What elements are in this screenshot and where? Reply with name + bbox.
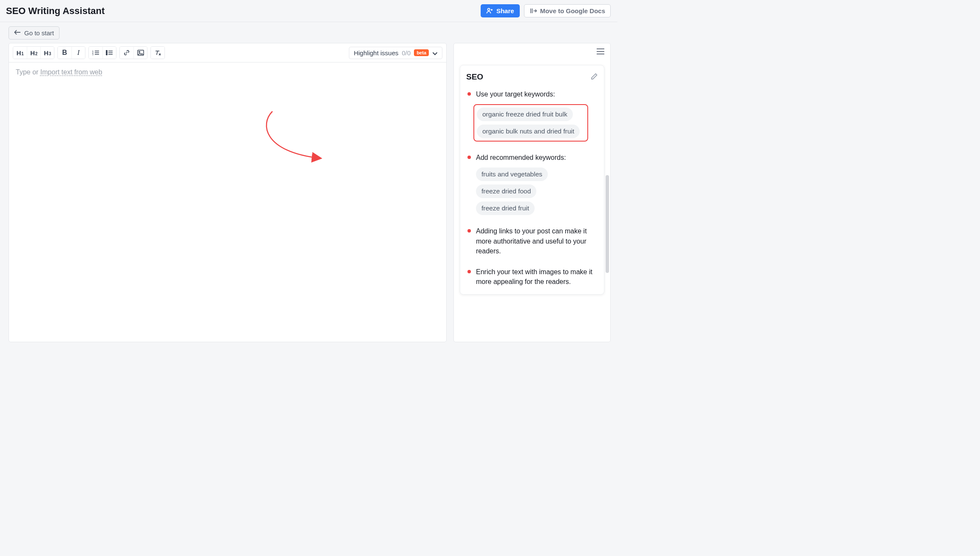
share-label: Share <box>496 7 514 14</box>
beta-badge: beta <box>414 49 429 56</box>
highlight-issues-label: Highlight issues <box>354 49 398 57</box>
keyword-chip[interactable]: freeze dried fruit <box>476 201 535 215</box>
recommendation-text: Add recommended keywords: <box>476 153 598 162</box>
recommendation-item: Adding links to your post can make it mo… <box>466 226 598 256</box>
share-button[interactable]: Share <box>481 4 520 17</box>
status-dot <box>467 92 471 96</box>
editor-toolbar: H1 H2 H3 B I 1 2 3 <box>9 43 446 62</box>
arrow-left-icon <box>14 29 21 37</box>
heading3-button[interactable]: H3 <box>40 47 54 59</box>
keyword-chip[interactable]: organic bulk nuts and dried fruit <box>477 125 580 138</box>
keyword-chip[interactable]: organic freeze dried fruit bulk <box>477 108 573 121</box>
scrollbar[interactable] <box>606 175 609 273</box>
unordered-list-button[interactable] <box>102 47 116 59</box>
status-dot <box>467 270 471 273</box>
editor-placeholder: Type or Import text from web <box>16 68 102 76</box>
svg-point-0 <box>487 9 490 11</box>
move-to-docs-label: Move to Google Docs <box>540 7 605 14</box>
highlight-issues-count: 0/0 <box>402 49 411 57</box>
ordered-list-button[interactable]: 1 2 3 <box>89 47 102 59</box>
import-text-link[interactable]: Import text from web <box>40 68 102 76</box>
export-icon <box>530 8 537 14</box>
page-title: SEO Writing Assistant <box>6 6 105 17</box>
move-to-docs-button[interactable]: Move to Google Docs <box>524 4 611 17</box>
svg-point-6 <box>106 54 108 55</box>
hamburger-icon[interactable] <box>596 48 605 57</box>
edit-icon[interactable] <box>590 73 598 82</box>
recommendation-item: Use your target keywords:organic freeze … <box>466 89 598 142</box>
status-dot <box>467 229 471 233</box>
recommendation-text: Adding links to your post can make it mo… <box>476 226 598 256</box>
heading1-button[interactable]: H1 <box>13 47 27 59</box>
go-to-start-label: Go to start <box>24 29 54 37</box>
clear-formatting-button[interactable] <box>151 47 164 59</box>
heading2-button[interactable]: H2 <box>27 47 40 59</box>
svg-point-8 <box>139 51 140 53</box>
person-add-icon <box>486 8 493 14</box>
recommendation-text: Enrich your text with images to make it … <box>476 267 598 287</box>
link-button[interactable] <box>120 47 133 59</box>
svg-point-4 <box>106 51 108 52</box>
bold-button[interactable]: B <box>58 47 71 59</box>
editor-textarea[interactable]: Type or Import text from web <box>9 62 446 342</box>
recommendation-text: Use your target keywords: <box>476 89 598 99</box>
editor-panel: H1 H2 H3 B I 1 2 3 <box>8 43 447 342</box>
recommended-keywords-group: fruits and vegetablesfreeze dried foodfr… <box>476 167 598 215</box>
seo-card: SEO Use your target keywords:organic fre… <box>460 65 604 295</box>
keyword-chip[interactable]: fruits and vegetables <box>476 167 548 181</box>
recommendation-item: Add recommended keywords:fruits and vege… <box>466 153 598 215</box>
svg-text:3: 3 <box>92 53 93 56</box>
chevron-down-icon <box>432 49 438 57</box>
highlight-issues-dropdown[interactable]: Highlight issues 0/0 beta <box>349 47 442 59</box>
recommendation-item: Enrich your text with images to make it … <box>466 267 598 287</box>
svg-point-5 <box>106 52 108 54</box>
italic-button[interactable]: I <box>71 47 85 59</box>
recommendations-panel: SEO Use your target keywords:organic fre… <box>453 43 611 342</box>
target-keywords-group: organic freeze dried fruit bulkorganic b… <box>473 104 588 142</box>
image-button[interactable] <box>133 47 147 59</box>
go-to-start-button[interactable]: Go to start <box>8 26 59 40</box>
seo-card-title: SEO <box>466 72 483 82</box>
keyword-chip[interactable]: freeze dried food <box>476 184 536 198</box>
status-dot <box>467 156 471 159</box>
